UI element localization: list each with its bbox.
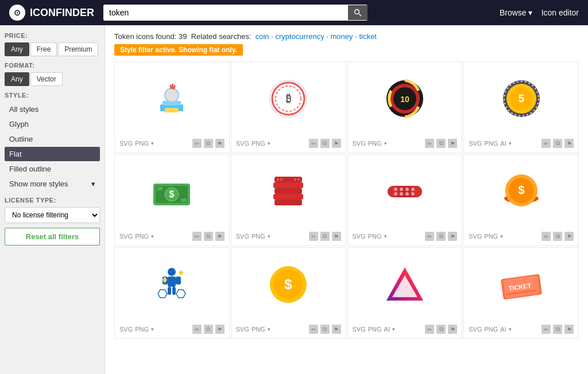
search-button[interactable] [348,5,368,20]
png-format[interactable]: PNG [135,140,149,147]
svg-point-47 [411,192,415,196]
content-header: Token icons found: 39 Related searches: … [114,32,579,56]
icon-card-8: $ SVG PNG ▾ ✏ ⧉ ⚑ [463,154,579,246]
icon-img-10: $ [261,257,316,312]
price-premium-btn[interactable]: Premium [58,42,98,56]
flag-icon[interactable]: ⚑ [448,139,457,148]
icon-actions-9: SVG PNG ▾ ✏ ⧉ ⚑ [119,322,225,334]
edit-icon[interactable]: ✏ [541,139,551,148]
flag-icon[interactable]: ⚑ [448,325,457,334]
edit-icon[interactable]: ✏ [192,232,202,241]
icon-card-9: ★ SVG PNG ▾ ✏ ⧉ ⚑ [114,247,230,339]
icon-grid: SVG PNG ▾ ✏ ⧉ ⚑ ₿ [114,61,579,339]
icon-actions-3: SVG PNG ▾ ✏ ⧉ ⚑ [353,137,458,148]
format-label: FORMAT: [5,62,100,69]
edit-icon[interactable]: ✏ [309,232,318,241]
svg-text:10: 10 [400,95,409,104]
style-flat-btn[interactable]: Flat [5,147,100,161]
format-vector-btn[interactable]: Vector [30,72,63,86]
related-money[interactable]: money [331,32,353,41]
icon-actions-8: SVG PNG ▾ ✏ ⧉ ⚑ [469,229,574,241]
price-free-btn[interactable]: Free [30,42,57,56]
svg-text:$: $ [518,184,524,196]
copy-icon[interactable]: ⧉ [320,139,330,148]
svg-text:★: ★ [177,268,185,277]
svg-point-5 [165,88,179,102]
style-glyph-btn[interactable]: Glyph [5,117,100,131]
logo-text: ICONFINDER [30,7,94,19]
edit-icon[interactable]: ✏ [192,139,202,148]
icon-card-5: $ SVG PNG ▾ ✏ ⧉ ⚑ [114,154,230,246]
edit-icon[interactable]: ✏ [425,139,434,148]
copy-icon[interactable]: ⧉ [320,232,330,241]
style-all-btn[interactable]: All styles [5,102,100,116]
edit-icon[interactable]: ✏ [425,232,434,241]
license-label: LICENSE TYPE: [5,197,100,204]
format-any-btn[interactable]: Any [5,72,29,86]
flag-icon[interactable]: ⚑ [215,139,225,148]
reset-filters-btn[interactable]: Reset all filters [5,228,100,246]
edit-icon[interactable]: ✏ [541,232,551,241]
icon-img-12: TICKET [494,257,549,312]
price-any-btn[interactable]: Any [5,42,29,56]
svg-point-52 [168,268,176,276]
flag-icon[interactable]: ⚑ [332,139,341,148]
svg-marker-67 [386,267,423,301]
style-filled-outline-btn[interactable]: Filled outline [5,162,100,176]
icon-img-11 [377,257,432,312]
flag-icon[interactable]: ⚑ [332,325,341,334]
icon-actions-5: SVG PNG ▾ ✏ ⧉ ⚑ [119,229,225,241]
icon-img-8: $ [494,164,549,219]
icon-card-7: SVG PNG ▾ ✏ ⧉ ⚑ [347,154,463,246]
copy-icon[interactable]: ⧉ [553,325,562,334]
flag-icon[interactable]: ⚑ [215,232,225,241]
copy-icon[interactable]: ⧉ [436,139,446,148]
copy-icon[interactable]: ⧉ [204,232,213,241]
copy-icon[interactable]: ⧉ [320,325,330,334]
edit-icon[interactable]: ✏ [309,325,318,334]
icon-img-4: 5 [494,71,549,126]
flag-icon[interactable]: ⚑ [215,325,225,334]
icon-card-10: $ SVG PNG ▾ ✏ ⧉ ⚑ [231,247,346,339]
copy-icon[interactable]: ⧉ [436,232,446,241]
show-more-styles-btn[interactable]: Show more styles ▾ [5,177,100,191]
copy-icon[interactable]: ⧉ [204,139,213,148]
search-input[interactable] [103,5,348,21]
copy-icon[interactable]: ⧉ [553,232,562,241]
svg-rect-29 [273,182,303,188]
svg-point-43 [411,188,415,191]
icon-actions-1: SVG PNG ▾ ✏ ⧉ ⚑ [119,137,225,148]
icon-card-4: 5 SVG PNG AI ▾ ✏ ⧉ ⚑ [463,61,579,153]
flag-icon[interactable]: ⚑ [332,232,341,241]
edit-icon[interactable]: ✏ [425,325,434,334]
svg-format[interactable]: SVG [119,140,133,147]
icon-actions-11: SVG PNG AI ▾ ✏ ⧉ ⚑ [353,322,458,334]
license-select[interactable]: No license filtering [5,207,100,223]
icon-img-6 [261,164,316,219]
style-outline-btn[interactable]: Outline [5,132,100,146]
edit-icon[interactable]: ✏ [541,325,551,334]
flag-icon[interactable]: ⚑ [564,232,574,241]
flag-icon[interactable]: ⚑ [448,232,457,241]
related-cryptocurrency[interactable]: cryptocurrency [275,32,324,41]
edit-icon[interactable]: ✏ [192,325,202,334]
copy-icon[interactable]: ⧉ [436,325,446,334]
related-ticket[interactable]: ticket [359,32,376,41]
icon-editor-link[interactable]: Icon editor [541,8,579,17]
flag-icon[interactable]: ⚑ [564,325,574,334]
copy-icon[interactable]: ⧉ [553,139,562,148]
flag-icon[interactable]: ⚑ [564,139,574,148]
edit-icon[interactable]: ✏ [309,139,318,148]
svg-rect-56 [168,287,171,295]
copy-icon[interactable]: ⧉ [204,325,213,334]
svg-point-39 [411,186,422,197]
svg-point-0 [355,10,359,14]
svg-point-44 [394,192,397,196]
browse-link[interactable]: Browse ▾ [500,8,532,17]
svg-rect-32 [274,200,302,205]
icon-img-1 [144,71,199,126]
related-coin[interactable]: coin [256,32,269,41]
svg-rect-53 [168,276,176,287]
style-badge: Style filter active. Showing flat only. [114,44,243,56]
svg-line-1 [359,14,361,16]
